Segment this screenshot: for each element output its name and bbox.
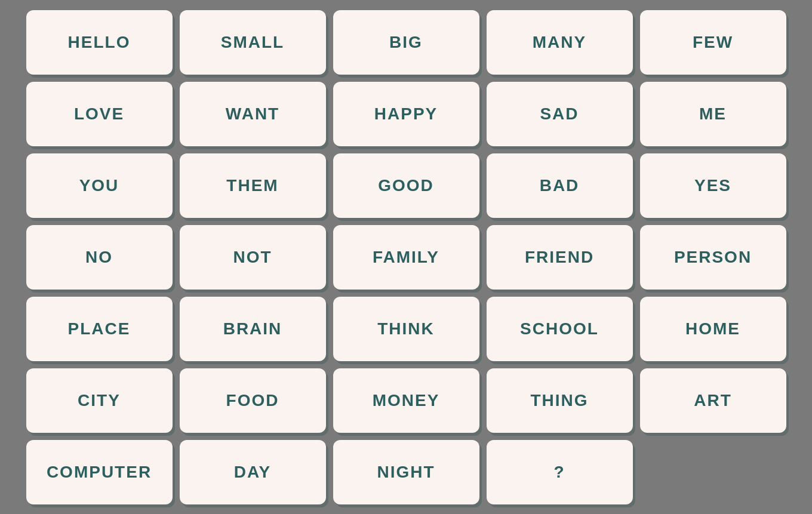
word-label: CITY xyxy=(78,391,121,410)
word-label: ART xyxy=(694,391,732,410)
word-label: THINK xyxy=(377,319,435,338)
word-label: HAPPY xyxy=(374,104,438,124)
word-card[interactable]: FRIEND xyxy=(487,225,633,290)
word-label: BAD xyxy=(540,176,580,195)
word-card[interactable]: FAMILY xyxy=(333,225,479,290)
word-card[interactable]: NO xyxy=(26,225,173,290)
word-card[interactable]: NOT xyxy=(180,225,326,290)
word-card[interactable]: MANY xyxy=(487,10,633,75)
word-card[interactable]: BAD xyxy=(487,153,633,218)
word-card[interactable]: THINK xyxy=(333,297,479,361)
word-label: HELLO xyxy=(68,33,131,52)
word-label: GOOD xyxy=(378,176,434,195)
word-card[interactable]: NIGHT xyxy=(333,440,479,504)
word-label: WANT xyxy=(226,104,279,124)
word-card[interactable]: DAY xyxy=(180,440,326,504)
word-label: PLACE xyxy=(68,319,131,338)
word-card[interactable]: LOVE xyxy=(26,82,173,146)
word-card[interactable]: FEW xyxy=(640,10,786,75)
word-card[interactable]: COMPUTER xyxy=(26,440,173,504)
word-card[interactable]: BIG xyxy=(333,10,479,75)
word-card[interactable]: THING xyxy=(487,368,633,433)
word-label: YES xyxy=(694,176,731,195)
word-label: NOT xyxy=(233,248,272,267)
word-card[interactable]: SMALL xyxy=(180,10,326,75)
word-card[interactable]: YOU xyxy=(26,153,173,218)
word-label: THEM xyxy=(226,176,278,195)
word-label: ME xyxy=(699,104,727,124)
word-label: FAMILY xyxy=(373,248,439,267)
word-card[interactable]: ME xyxy=(640,82,786,146)
word-card[interactable]: PERSON xyxy=(640,225,786,290)
word-label: ? xyxy=(553,463,565,482)
word-card[interactable]: ART xyxy=(640,368,786,433)
word-label: DAY xyxy=(234,463,272,482)
word-card[interactable]: WANT xyxy=(180,82,326,146)
word-label: HOME xyxy=(685,319,740,338)
word-card[interactable]: ? xyxy=(487,440,633,504)
word-label: NIGHT xyxy=(377,463,435,482)
word-card[interactable]: SCHOOL xyxy=(487,297,633,361)
word-label: COMPUTER xyxy=(47,463,152,482)
word-card[interactable]: GOOD xyxy=(333,153,479,218)
word-card[interactable]: HELLO xyxy=(26,10,173,75)
word-label: LOVE xyxy=(74,104,124,124)
word-grid: HELLOSMALLBIGMANYFEWLOVEWANTHAPPYSADMEYO… xyxy=(14,0,798,514)
word-card[interactable]: YES xyxy=(640,153,786,218)
word-card[interactable]: THEM xyxy=(180,153,326,218)
word-label: BIG xyxy=(389,33,423,52)
word-label: FEW xyxy=(693,33,733,52)
word-label: MONEY xyxy=(373,391,440,410)
word-card xyxy=(640,440,786,504)
word-label: PERSON xyxy=(674,248,752,267)
word-label: FRIEND xyxy=(525,248,594,267)
word-card[interactable]: HOME xyxy=(640,297,786,361)
word-card[interactable]: SAD xyxy=(487,82,633,146)
word-card[interactable]: MONEY xyxy=(333,368,479,433)
word-card[interactable]: BRAIN xyxy=(180,297,326,361)
word-label: SAD xyxy=(540,104,579,124)
word-card[interactable]: FOOD xyxy=(180,368,326,433)
word-label: NO xyxy=(85,248,113,267)
word-label: THING xyxy=(530,391,588,410)
word-label: MANY xyxy=(533,33,586,52)
word-label: BRAIN xyxy=(223,319,282,338)
word-card[interactable]: CITY xyxy=(26,368,173,433)
word-label: SCHOOL xyxy=(520,319,599,338)
word-label: FOOD xyxy=(226,391,279,410)
word-card[interactable]: PLACE xyxy=(26,297,173,361)
word-card[interactable]: HAPPY xyxy=(333,82,479,146)
word-label: YOU xyxy=(79,176,119,195)
word-label: SMALL xyxy=(221,33,284,52)
